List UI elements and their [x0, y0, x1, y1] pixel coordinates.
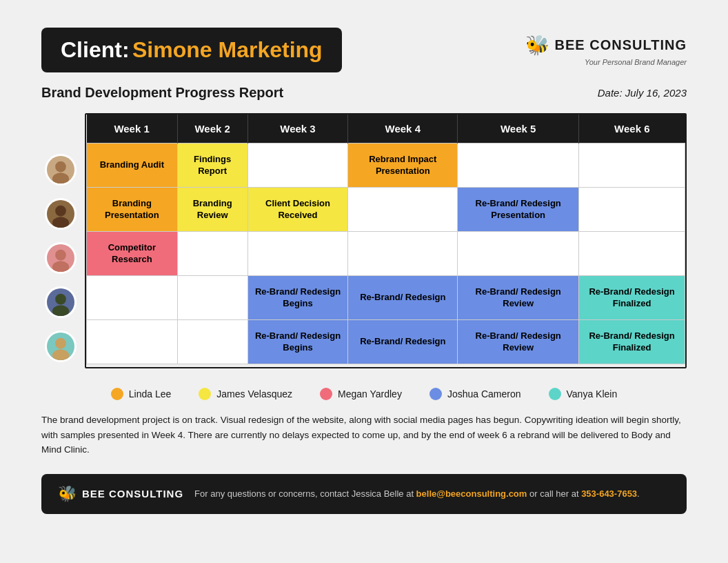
table-cell	[247, 144, 348, 188]
table-row: Competitor Research	[87, 232, 685, 276]
footer-text: For any questions or concerns, contact J…	[194, 488, 670, 499]
footer-mid-text: or call her at	[527, 488, 581, 499]
table-cell: Re-Brand/ Redesign Review	[458, 276, 579, 320]
table-cell: Re-Brand/ Redesign Review	[458, 320, 579, 364]
subtitle: Brand Development Progress Report	[41, 85, 283, 101]
col-week4: Week 4	[348, 115, 458, 144]
footer-bee-icon: 🐝	[58, 485, 77, 503]
table-cell: Re-Brand/ Redesign	[348, 276, 458, 320]
table-cell	[348, 232, 458, 276]
table-row: Re-Brand/ Redesign BeginsRe-Brand/ Redes…	[87, 276, 685, 320]
col-week1: Week 1	[87, 115, 178, 144]
table-cell: Re-Brand/ Redesign Begins	[247, 320, 348, 364]
legend-label-vanya: Vanya Klein	[567, 388, 618, 399]
logo-area: 🐝 BEE CONSULTING Your Personal Brand Man…	[525, 34, 687, 66]
svg-point-1	[55, 161, 66, 172]
table-cell: Re-Brand/ Redesign	[348, 320, 458, 364]
table-cell	[177, 320, 247, 364]
table-cell	[177, 232, 247, 276]
avatar-cell-3	[41, 236, 79, 280]
table-cell	[247, 232, 348, 276]
footer-email[interactable]: belle@beeconsulting.com	[416, 488, 527, 499]
avatar-james	[45, 198, 77, 230]
table-cell: Re-Brand/ Redesign Finalized	[579, 276, 685, 320]
legend-dot-megan	[320, 388, 332, 400]
table-cell	[87, 276, 178, 320]
logo-row: 🐝 BEE CONSULTING	[525, 34, 687, 57]
client-label: Client:	[61, 37, 130, 62]
avatar-cell-1	[41, 148, 79, 192]
page: Client: Simone Marketing 🐝 BEE CONSULTIN…	[41, 28, 687, 514]
avatar-linda	[45, 154, 77, 186]
col-week5: Week 5	[458, 115, 579, 144]
table-cell: Rebrand Impact Presentation	[348, 144, 458, 188]
table-header-row: Week 1 Week 2 Week 3 Week 4 Week 5 Week …	[87, 115, 685, 144]
schedule-table: Week 1 Week 2 Week 3 Week 4 Week 5 Week …	[86, 115, 685, 364]
date-label: Date: July 16, 2023	[598, 87, 687, 99]
avatar-cell-4	[41, 280, 79, 324]
legend-dot-vanya	[549, 388, 561, 400]
col-week2: Week 2	[177, 115, 247, 144]
legend-label-megan: Megan Yardley	[338, 388, 402, 399]
footer-company: BEE CONSULTING	[82, 488, 183, 500]
table-cell	[348, 188, 458, 232]
table-cell: Re-Brand/ Redesign Begins	[247, 276, 348, 320]
header: Client: Simone Marketing 🐝 BEE CONSULTIN…	[41, 28, 687, 72]
title-box: Client: Simone Marketing	[41, 28, 342, 72]
table-cell	[458, 232, 579, 276]
footer-text-before: For any questions or concerns, contact J…	[194, 488, 416, 499]
table-cell: Branding Review	[177, 188, 247, 232]
table-cell: Re-Brand/ Redesign Presentation	[458, 188, 579, 232]
legend-item-james: James Velasquez	[199, 388, 292, 400]
table-row: Branding AuditFindings ReportRebrand Imp…	[87, 144, 685, 188]
legend-section: Linda Lee James Velasquez Megan Yardley …	[41, 388, 687, 400]
col-week3: Week 3	[247, 115, 348, 144]
legend-item-megan: Megan Yardley	[320, 388, 402, 400]
table-cell	[579, 188, 685, 232]
table-cell: Competitor Research	[87, 232, 178, 276]
footer-phone[interactable]: 353-643-7653	[581, 488, 637, 499]
legend-label-joshua: Joshua Cameron	[447, 388, 521, 399]
svg-point-10	[55, 294, 66, 305]
svg-point-4	[55, 206, 66, 217]
footer-logo: 🐝 BEE CONSULTING	[58, 485, 183, 503]
svg-point-13	[55, 338, 66, 349]
avatars-column	[41, 148, 79, 368]
table-cell: Re-Brand/ Redesign Finalized	[579, 320, 685, 364]
legend-label-james: James Velasquez	[216, 388, 292, 399]
table-cell	[579, 232, 685, 276]
table-section: Week 1 Week 2 Week 3 Week 4 Week 5 Week …	[41, 113, 687, 368]
legend-dot-joshua	[429, 388, 442, 400]
subtitle-row: Brand Development Progress Report Date: …	[41, 85, 687, 101]
table-cell	[579, 144, 685, 188]
table-cell	[177, 276, 247, 320]
table-cell: Findings Report	[177, 144, 247, 188]
table-cell	[87, 320, 178, 364]
table-cell: Branding Audit	[87, 144, 178, 188]
table-cell	[458, 144, 579, 188]
avatar-cell-2	[41, 192, 79, 236]
avatar-cell-5	[41, 324, 79, 368]
company-name: BEE CONSULTING	[555, 37, 687, 53]
legend-label-linda: Linda Lee	[129, 388, 172, 399]
footer-bar: 🐝 BEE CONSULTING For any questions or co…	[41, 474, 687, 514]
table-cell: Branding Presentation	[87, 188, 178, 232]
legend-item-linda: Linda Lee	[111, 388, 172, 400]
footer-end-text: .	[637, 488, 640, 499]
tagline: Your Personal Brand Manager	[585, 58, 687, 66]
description-text: The brand development project is on trac…	[41, 413, 687, 457]
table-wrapper: Week 1 Week 2 Week 3 Week 4 Week 5 Week …	[85, 113, 687, 368]
legend-item-vanya: Vanya Klein	[549, 388, 618, 400]
legend-item-joshua: Joshua Cameron	[429, 388, 521, 400]
avatar-megan	[45, 242, 77, 274]
table-row: Re-Brand/ Redesign BeginsRe-Brand/ Redes…	[87, 320, 685, 364]
legend-dot-linda	[111, 388, 123, 400]
col-week6: Week 6	[579, 115, 685, 144]
legend-dot-james	[199, 388, 211, 400]
table-cell: Client Decision Received	[247, 188, 348, 232]
avatar-joshua	[45, 286, 77, 318]
bee-icon: 🐝	[525, 34, 549, 57]
table-row: Branding PresentationBranding ReviewClie…	[87, 188, 685, 232]
client-name: Simone Marketing	[132, 37, 323, 62]
svg-point-7	[55, 250, 66, 261]
